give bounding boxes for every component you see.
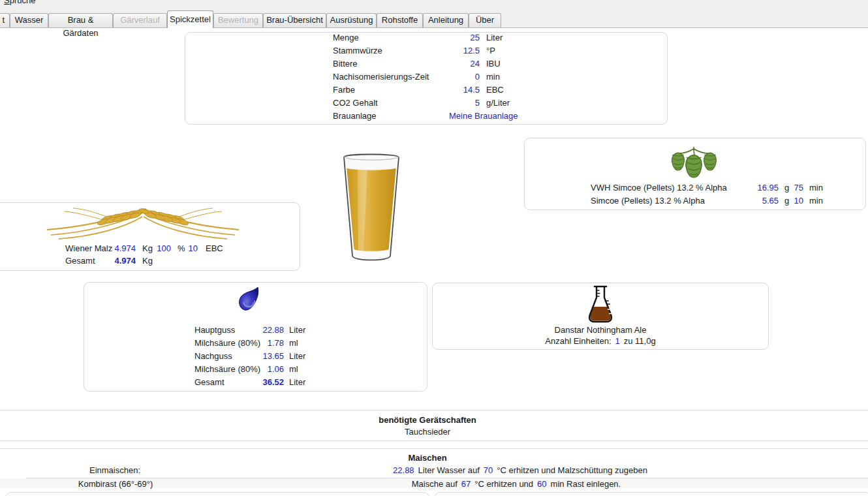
water-unit: Liter — [289, 324, 305, 336]
brauanlage-link[interactable]: Meine Brauanlage — [449, 110, 518, 122]
summary-label: Stammwürze — [333, 45, 382, 57]
malt-color: 10 — [183, 243, 198, 255]
menu-sprueche-mnemonic: S — [4, 0, 10, 5]
water-total-label: Gesamt — [194, 377, 225, 388]
hop-time-unit: min — [809, 195, 823, 207]
mash-step-value: 60 — [537, 479, 546, 489]
hop-amount: 5.65 — [739, 195, 779, 207]
yeast-units-line: Anzahl Einheiten:1zu 11,0g — [432, 335, 769, 347]
hop-amount-unit: g — [784, 195, 789, 207]
tab-rohstoffe[interactable]: Rohstoffe — [377, 13, 423, 27]
summary-value: 14.5 — [427, 84, 480, 96]
hop-name: Simcoe (Pellets) 13.2 % Alpha — [591, 195, 705, 207]
mash-step-name: Kombirast (66°-69°) — [26, 478, 205, 490]
tab-wasser[interactable]: Wasser — [10, 13, 48, 27]
flask-icon — [585, 285, 615, 325]
equipment-item: Tauchsieder — [0, 426, 855, 438]
summary-label: Bittere — [333, 58, 358, 70]
bottom-left-box — [5, 492, 429, 496]
water-label: Nachguss — [194, 350, 232, 362]
summary-value: 12.5 — [427, 45, 480, 57]
water-drop-icon — [236, 286, 260, 320]
water-total-unit: Liter — [289, 377, 305, 388]
water-label: Hauptguss — [194, 324, 235, 336]
mash-step-instruction: 22.88Liter Wasser auf70°C erhitzen und M… — [187, 465, 853, 476]
wheat-icon — [46, 206, 240, 240]
tab-brau-uebersicht[interactable]: Brau-Übersicht — [263, 13, 326, 27]
tab-brau-gaerdaten[interactable]: Brau & Gärdaten — [48, 13, 113, 27]
water-unit: ml — [289, 337, 298, 349]
summary-unit: IBU — [486, 58, 501, 70]
summary-unit: Liter — [486, 32, 503, 44]
tab-pane-border — [0, 27, 868, 28]
malt-total-unit: Kg — [142, 255, 153, 267]
hop-time: 75 — [790, 182, 803, 194]
mash-step-instruction: Maische auf67°C erhitzen und60min Rast e… — [187, 478, 845, 490]
mash-step-text: Liter Wasser auf — [418, 465, 480, 475]
malt-total-value: 4.974 — [97, 255, 136, 267]
mash-step-value: 70 — [484, 465, 493, 475]
summary-value: 25 — [427, 32, 480, 44]
tab-anleitung[interactable]: Anleitung — [423, 13, 469, 27]
equipment-title: benötigte Gerätschaften — [0, 414, 855, 426]
summary-value: 24 — [427, 58, 480, 70]
mash-step-value: 22.88 — [393, 465, 414, 475]
mash-step-name: Einmaischen: — [26, 465, 204, 476]
malt-amount: 4.974 — [97, 243, 136, 255]
yeast-units-value: 1 — [615, 336, 620, 346]
yeast-units-label: Anzahl Einheiten: — [545, 336, 611, 346]
tab-bewertung[interactable]: Bewertung — [213, 13, 263, 27]
summary-label: Menge — [333, 32, 359, 44]
water-unit: Liter — [289, 350, 305, 362]
summary-label: Farbe — [333, 84, 355, 96]
tab-gaerverlauf[interactable]: Gärverlauf — [113, 13, 167, 27]
tab-ausruestung[interactable]: Ausrüstung — [326, 13, 377, 27]
summary-label: Nachisomerisierungs-Zeit — [333, 71, 429, 83]
menu-sprueche[interactable]: Sprüche — [4, 0, 35, 5]
water-value: 1.78 — [245, 337, 284, 349]
water-value: 22.88 — [245, 324, 284, 336]
top-chrome: Sprüche t Wasser Brau & Gärdaten Gärverl… — [0, 0, 868, 28]
hop-time: 10 — [790, 195, 803, 207]
water-total-value: 36.52 — [245, 377, 284, 388]
water-value: 1.06 — [245, 364, 284, 375]
hop-name: VWH Simcoe (Pellets) 13.2 % Alpha — [591, 182, 727, 194]
separator-line — [0, 448, 868, 449]
water-value: 13.65 — [245, 350, 284, 362]
menu-sprueche-rest: prüche — [10, 0, 36, 5]
malt-total-label: Gesamt — [65, 255, 95, 267]
app-window: Sprüche t Wasser Brau & Gärdaten Gärverl… — [0, 0, 868, 496]
summary-unit: g/Liter — [486, 97, 510, 109]
mash-step-text: °C erhitzen und Malzschüttung zugeben — [497, 465, 647, 475]
malt-color-unit: EBC — [206, 243, 223, 255]
brauanlage-label: Brauanlage — [333, 110, 377, 122]
mash-step-text: °C erhitzen und — [474, 479, 533, 489]
tab-partial[interactable]: t — [0, 13, 10, 27]
mash-step-value: 67 — [461, 479, 471, 489]
mash-step-text: Maische auf — [412, 479, 457, 489]
summary-unit: min — [486, 71, 500, 83]
separator-line — [0, 410, 868, 411]
hop-time-unit: min — [809, 182, 823, 194]
yeast-units-suffix: zu 11,0g — [624, 336, 656, 346]
summary-unit: °P — [486, 45, 495, 57]
tab-ueber[interactable]: Über — [469, 13, 501, 27]
summary-value: 5 — [427, 97, 480, 109]
summary-label: CO2 Gehalt — [333, 97, 378, 109]
summary-value: 0 — [427, 71, 480, 83]
summary-unit: EBC — [486, 84, 504, 96]
tab-spickzettel[interactable]: Spickzettel — [167, 10, 213, 28]
hops-icon — [661, 146, 726, 179]
yeast-name: Danstar Nothingham Ale — [432, 324, 769, 336]
mash-title: Maischen — [0, 452, 855, 464]
separator-line — [0, 441, 868, 441]
mash-step-text: min Rast einlegen. — [551, 479, 621, 489]
water-unit: ml — [289, 364, 298, 375]
hop-amount: 16.95 — [739, 182, 779, 194]
bottom-right-box — [434, 492, 868, 496]
beer-glass-icon — [337, 151, 405, 266]
hop-amount-unit: g — [784, 182, 789, 194]
malt-percent: 100 — [150, 243, 171, 255]
